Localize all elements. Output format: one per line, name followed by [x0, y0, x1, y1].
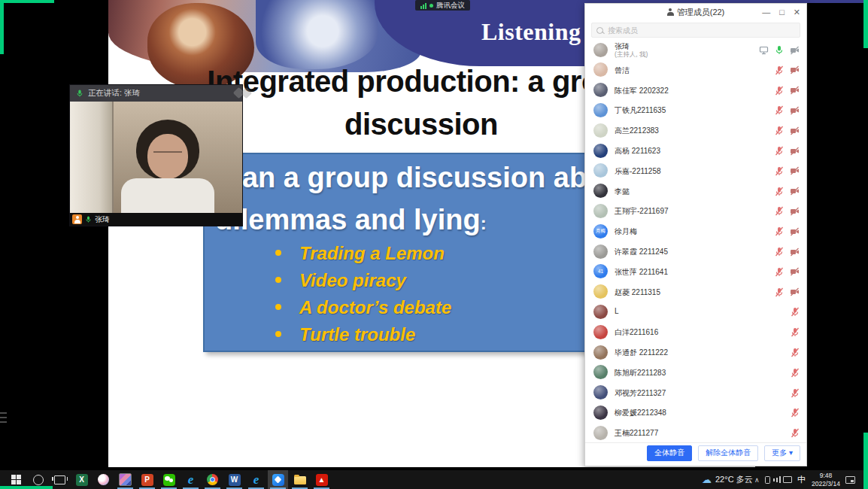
- taskbar-wechat-icon[interactable]: [159, 470, 179, 489]
- camera-off-icon[interactable]: [790, 207, 800, 216]
- member-name: 高兰2212383: [615, 126, 659, 136]
- tray-device-icon[interactable]: [765, 470, 770, 489]
- mic-muted-icon[interactable]: [791, 327, 800, 337]
- camera-off-icon[interactable]: [790, 187, 800, 196]
- mic-muted-icon[interactable]: [775, 126, 784, 135]
- mic-muted-icon[interactable]: [775, 86, 784, 96]
- member-row[interactable]: 乐嘉-2211258: [585, 161, 806, 181]
- member-row[interactable]: 王楠2211277: [585, 423, 806, 443]
- member-search[interactable]: [591, 23, 800, 38]
- camera-off-icon[interactable]: [790, 65, 800, 74]
- camera-off-icon[interactable]: [790, 46, 800, 55]
- taskbar-internet-explorer-2-icon[interactable]: e: [246, 470, 266, 489]
- member-name: 乐嘉-2211258: [615, 166, 661, 177]
- avatar: [593, 163, 608, 178]
- taskbar-task-view-icon[interactable]: [50, 470, 70, 489]
- mic-muted-icon[interactable]: [775, 267, 784, 277]
- speaker-video-window[interactable]: 正在讲话: 张琦 张琦: [70, 85, 242, 226]
- mic-muted-icon[interactable]: [775, 166, 784, 176]
- taskbar[interactable]: X P e W e ▲ ☁ 22°C 多云 ∧ 中 9:48 2022/3/14: [0, 470, 868, 489]
- member-row[interactable]: 赵菱 2211315: [585, 282, 806, 302]
- mic-on-icon: [85, 215, 92, 223]
- camera-off-icon[interactable]: [790, 166, 800, 175]
- member-row[interactable]: 邓视芳2211327: [585, 383, 806, 403]
- mic-on-icon[interactable]: [775, 45, 784, 55]
- member-row[interactable]: 月梅 徐月梅: [585, 221, 806, 241]
- more-button[interactable]: 更多 ▾: [764, 445, 800, 461]
- mic-muted-icon[interactable]: [791, 348, 800, 357]
- mic-muted-icon[interactable]: [791, 428, 800, 438]
- camera-off-icon[interactable]: [790, 106, 800, 115]
- mic-muted-icon[interactable]: [775, 287, 784, 297]
- member-row[interactable]: 丁铁凡2211635: [585, 100, 806, 120]
- slide-photo-students: [256, 0, 378, 69]
- mic-muted-icon[interactable]: [775, 146, 784, 156]
- taskbar-photos-icon[interactable]: [115, 470, 135, 489]
- mic-muted-icon[interactable]: [775, 65, 784, 75]
- taskbar-internet-explorer-icon[interactable]: e: [181, 470, 201, 489]
- mic-muted-icon[interactable]: [775, 187, 784, 196]
- tray-network-icon[interactable]: [773, 470, 782, 489]
- mic-muted-icon[interactable]: [775, 206, 784, 216]
- member-row[interactable]: 柳爱媛2212348: [585, 402, 806, 423]
- meeting-status-pill[interactable]: 腾讯会议: [415, 0, 470, 11]
- member-row[interactable]: 白洋2211616: [585, 322, 806, 342]
- member-row[interactable]: L: [585, 302, 806, 322]
- member-row[interactable]: 41 张世萍 2211641: [585, 262, 806, 282]
- mic-muted-icon[interactable]: [791, 368, 800, 378]
- ime-indicator[interactable]: 中: [797, 470, 806, 489]
- member-row[interactable]: 高杨 2211623: [585, 141, 806, 161]
- taskbar-acrobat-icon[interactable]: ▲: [311, 470, 332, 489]
- mic-muted-icon[interactable]: [775, 247, 784, 257]
- member-row[interactable]: 陈旭昕2211283: [585, 363, 806, 383]
- search-input[interactable]: [606, 26, 795, 35]
- tray-chevron-icon[interactable]: ∧: [754, 470, 760, 489]
- member-row[interactable]: 毕通舒 2211222: [585, 342, 806, 363]
- taskbar-qq-icon[interactable]: [93, 470, 114, 489]
- camera-off-icon[interactable]: [790, 126, 800, 135]
- member-row[interactable]: 王翔宇-2211697: [585, 201, 806, 221]
- tray-keyboard-icon[interactable]: [783, 470, 792, 489]
- camera-off-icon[interactable]: [790, 287, 800, 296]
- weather-cloud-icon[interactable]: ☁: [702, 470, 712, 489]
- avatar: [593, 204, 608, 218]
- video-window-header[interactable]: 正在讲话: 张琦: [70, 85, 242, 102]
- member-name: 张世萍 2211641: [615, 267, 668, 278]
- unmute-all-button[interactable]: 解除全体静音: [698, 445, 758, 461]
- taskbar-tencent-meeting-icon[interactable]: [268, 470, 288, 489]
- taskbar-word-icon[interactable]: W: [224, 470, 244, 489]
- screen-share-icon[interactable]: [759, 46, 769, 55]
- maximize-button[interactable]: □: [779, 8, 785, 17]
- camera-off-icon[interactable]: [790, 147, 800, 156]
- mute-all-button[interactable]: 全体静音: [647, 445, 692, 461]
- member-list[interactable]: 张琦 (主持人, 我) 曾洁 陈佳军 2202322 丁铁凡2211635 高兰…: [585, 40, 806, 445]
- member-row[interactable]: 高兰2212383: [585, 120, 806, 141]
- member-row[interactable]: 许翠霞 2211245: [585, 241, 806, 262]
- close-button[interactable]: ✕: [794, 8, 800, 17]
- member-row[interactable]: 李懿: [585, 181, 806, 202]
- tray-time: 9:48: [820, 472, 833, 480]
- member-row[interactable]: 陈佳军 2202322: [585, 80, 806, 101]
- taskbar-excel-icon[interactable]: X: [71, 470, 92, 489]
- camera-off-icon[interactable]: [790, 227, 800, 236]
- camera-off-icon[interactable]: [790, 86, 800, 95]
- taskbar-powerpoint-icon[interactable]: P: [137, 470, 157, 489]
- camera-off-icon[interactable]: [790, 248, 800, 257]
- mic-muted-icon[interactable]: [791, 408, 800, 418]
- taskbar-file-explorer-icon[interactable]: [290, 470, 310, 489]
- weather-label[interactable]: 22°C 多云: [715, 470, 753, 489]
- member-name: 徐月梅: [615, 226, 637, 237]
- member-row[interactable]: 曾洁: [585, 60, 806, 80]
- member-row[interactable]: 张琦 (主持人, 我): [585, 40, 806, 60]
- mic-muted-icon[interactable]: [791, 388, 800, 398]
- box-line2: dilemmas and lying:: [215, 204, 487, 236]
- action-center-icon[interactable]: [845, 470, 855, 489]
- camera-off-icon[interactable]: [790, 267, 800, 276]
- taskbar-chrome-icon[interactable]: [202, 470, 223, 489]
- speaking-label: 正在讲话: 张琦: [88, 88, 140, 99]
- tray-clock[interactable]: 9:48 2022/3/14: [809, 470, 842, 489]
- mic-muted-icon[interactable]: [791, 307, 800, 317]
- minimize-button[interactable]: —: [762, 8, 770, 17]
- mic-muted-icon[interactable]: [775, 226, 784, 236]
- mic-muted-icon[interactable]: [775, 105, 784, 115]
